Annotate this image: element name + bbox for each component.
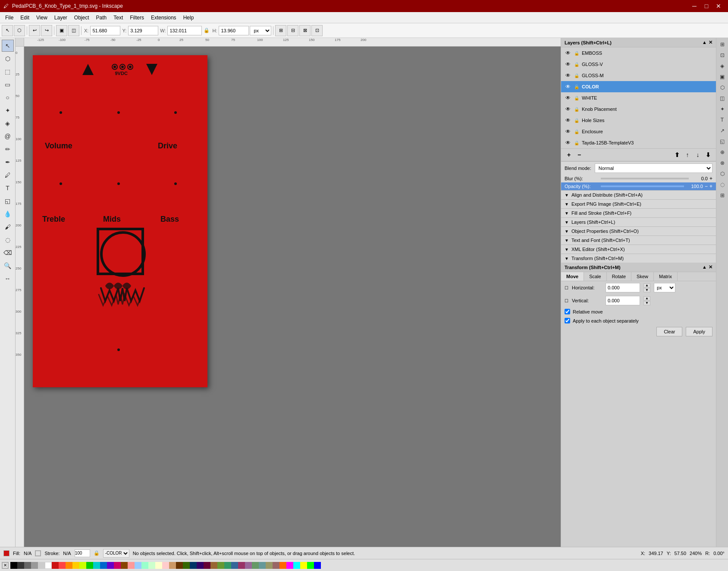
layer-top-btn[interactable]: ⬆: [673, 151, 681, 159]
tool-text[interactable]: T: [2, 182, 14, 194]
layer-gloss-v[interactable]: 👁 🔒 GLOSS-V: [561, 59, 716, 70]
color-mauve[interactable]: [238, 562, 245, 569]
color-slate[interactable]: [259, 562, 266, 569]
color-red[interactable]: [52, 562, 59, 569]
tab-matrix[interactable]: Matrix: [654, 272, 678, 281]
tab-scale[interactable]: Scale: [584, 272, 607, 281]
tool-ellipse[interactable]: ○: [2, 91, 14, 104]
color-fuchsia[interactable]: [286, 562, 293, 569]
right-tool-7[interactable]: ✦: [718, 104, 727, 114]
add-layer-btn[interactable]: +: [565, 151, 573, 159]
right-tool-12[interactable]: ⊗: [718, 158, 727, 168]
toolbar-select[interactable]: ↖: [2, 25, 13, 36]
accordion-text-font-header[interactable]: ▼ Text and Font (Shift+Ctrl+T): [561, 236, 716, 245]
color-rose[interactable]: [273, 562, 279, 569]
lock-knob[interactable]: 🔒: [573, 106, 580, 113]
menu-object[interactable]: Object: [71, 14, 93, 22]
canvas-content[interactable]: 9VDC Volume Drive: [24, 47, 561, 547]
visibility-emboss[interactable]: 👁: [565, 50, 571, 56]
layer-knob-placement[interactable]: 👁 🔒 Knob Placement: [561, 104, 716, 115]
lock-gloss-m[interactable]: 🔒: [573, 72, 580, 79]
transform-expand-icon[interactable]: ▲: [702, 264, 707, 270]
layer-color[interactable]: 👁 🔓 COLOR: [561, 81, 716, 92]
menu-extensions[interactable]: Extensions: [147, 14, 180, 22]
color-darkgreen[interactable]: [183, 562, 190, 569]
accordion-align-header[interactable]: ▼ Align and Distribute (Shift+Ctrl+A): [561, 191, 716, 199]
right-tool-4[interactable]: ▣: [718, 72, 727, 82]
toolbar-redo[interactable]: ↪: [41, 25, 52, 36]
color-lightgray[interactable]: [31, 562, 38, 569]
layer-tayda[interactable]: 👁 🔒 Tayda-125B-TemplateV3: [561, 137, 716, 148]
color-white[interactable]: [45, 562, 52, 569]
layer-enclosure[interactable]: 👁 🔒 Enclosure: [561, 126, 716, 137]
right-tool-15[interactable]: ⊞: [718, 191, 727, 200]
h-input[interactable]: [219, 26, 249, 35]
layer-gloss-m[interactable]: 👁 🔒 GLOSS-M: [561, 70, 716, 81]
visibility-gloss-v[interactable]: 👁: [565, 61, 571, 68]
lock-color[interactable]: 🔓: [573, 83, 580, 90]
right-tool-1[interactable]: ⊞: [718, 40, 727, 49]
right-tool-14[interactable]: ◌: [718, 180, 727, 189]
blend-mode-select[interactable]: Normal Multiply Screen Overlay: [595, 163, 712, 173]
accordion-xml-header[interactable]: ▼ XML Editor (Shift+Ctrl+X): [561, 245, 716, 254]
visibility-gloss-m[interactable]: 👁: [565, 72, 571, 79]
vertical-minus[interactable]: ▼: [643, 301, 650, 305]
color-black[interactable]: [10, 562, 17, 569]
color-green[interactable]: [86, 562, 93, 569]
accordion-obj-props-header[interactable]: ▼ Object Properties (Shift+Ctrl+O): [561, 227, 716, 235]
horizontal-unit[interactable]: pxmm: [654, 283, 675, 292]
right-tool-3[interactable]: ◈: [718, 61, 727, 71]
accordion-layers-header[interactable]: ▼ Layers (Shift+Ctrl+L): [561, 218, 716, 226]
snap-btn-2[interactable]: ⊟: [287, 25, 298, 36]
lock-hole[interactable]: 🔒: [573, 117, 580, 124]
layer-hole-sizes[interactable]: 👁 🔒 Hole Sizes: [561, 115, 716, 126]
color-lime[interactable]: [79, 562, 86, 569]
opacity-track[interactable]: [601, 185, 684, 187]
menu-layer[interactable]: Layer: [51, 14, 71, 22]
snap-btn-4[interactable]: ⊡: [311, 25, 323, 36]
minimize-button[interactable]: ─: [688, 0, 700, 12]
horizontal-plus[interactable]: ▲: [643, 283, 650, 288]
color-magenta[interactable]: [114, 562, 121, 569]
right-tool-11[interactable]: ⊕: [718, 147, 727, 157]
menu-filters[interactable]: Filters: [126, 14, 147, 22]
layer-select[interactable]: -COLOR: [103, 549, 129, 558]
layer-bottom-btn[interactable]: ⬇: [704, 151, 712, 159]
color-redorange[interactable]: [279, 562, 286, 569]
accordion-fill-header[interactable]: ▼ Fill and Stroke (Shift+Ctrl+F): [561, 209, 716, 217]
menu-edit[interactable]: Edit: [17, 14, 33, 22]
color-mint[interactable]: [141, 562, 148, 569]
visibility-hole[interactable]: 👁: [565, 117, 571, 124]
close-button[interactable]: ✕: [712, 0, 725, 12]
color-tan[interactable]: [169, 562, 176, 569]
color-lightblue[interactable]: [135, 562, 141, 569]
tool-3d[interactable]: ◈: [2, 117, 14, 129]
units-select[interactable]: pxmmin: [250, 26, 271, 35]
right-tool-5[interactable]: ⬡: [718, 83, 727, 92]
vertical-input[interactable]: [606, 296, 640, 305]
tool-pencil[interactable]: ✏: [2, 143, 14, 155]
color-steel[interactable]: [231, 562, 238, 569]
color-brown[interactable]: [121, 562, 128, 569]
lock-emboss[interactable]: 🔒: [573, 50, 580, 56]
blur-track[interactable]: [601, 178, 689, 179]
snap-btn-1[interactable]: ⊞: [275, 25, 286, 36]
menu-path[interactable]: Path: [93, 14, 110, 22]
tab-move[interactable]: Move: [561, 272, 584, 281]
lock-tayda[interactable]: 🔒: [573, 139, 580, 146]
right-tool-8[interactable]: T: [718, 115, 727, 125]
accordion-export-header[interactable]: ▼ Export PNG Image (Shift+Ctrl+E): [561, 200, 716, 208]
color-pink[interactable]: [128, 562, 135, 569]
no-color-swatch[interactable]: ✕: [2, 562, 9, 569]
color-paleyellow[interactable]: [155, 562, 162, 569]
tool-node[interactable]: ⬡: [2, 53, 14, 65]
menu-help[interactable]: Help: [180, 14, 198, 22]
right-tool-6[interactable]: ◫: [718, 94, 727, 103]
apply-each-checkbox[interactable]: [565, 318, 570, 323]
color-gray[interactable]: [24, 562, 31, 569]
accordion-transform-header[interactable]: ▼ Transform (Shift+Ctrl+M): [561, 254, 716, 263]
tab-rotate[interactable]: Rotate: [607, 272, 631, 281]
color-khaki[interactable]: [266, 562, 273, 569]
toolbar-node[interactable]: ⬡: [14, 25, 25, 36]
lock-enclosure[interactable]: 🔒: [573, 128, 580, 135]
